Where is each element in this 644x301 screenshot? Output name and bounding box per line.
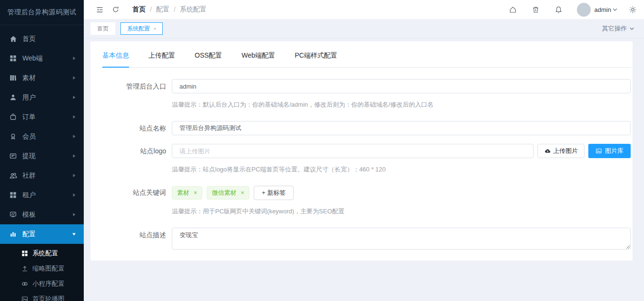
- site-logo-label: 站点logo: [102, 144, 172, 186]
- more-actions-dropdown[interactable]: 其它操作: [602, 24, 634, 33]
- submenu-item-thumbnail-config[interactable]: 缩略图配置: [0, 261, 84, 276]
- collapse-sidebar-button[interactable]: [91, 0, 108, 19]
- sidebar-item-label: 租户: [22, 191, 36, 200]
- chevron-right-icon: [72, 173, 76, 178]
- form-row-admin-entry: 管理后台入口 温馨提示：默认后台入口为：你的基础域名/admin，修改后则为：你…: [102, 79, 631, 121]
- page-tab-label: 首页: [97, 25, 109, 33]
- submenu-item-label: 首页轮播图: [32, 295, 65, 301]
- site-keywords-label: 站点关键词: [102, 186, 172, 228]
- chevron-right-icon: [72, 212, 76, 217]
- sidebar-item-users[interactable]: 用户: [0, 88, 84, 107]
- library-icon: [9, 74, 17, 82]
- sidebar-item-label: 模板: [22, 211, 36, 219]
- sidebar-item-community[interactable]: 社群: [0, 166, 84, 185]
- content-area: 基本信息 上传配置 OSS配置 Web端配置 PC端样式配置 管理后台入口 温馨…: [84, 39, 644, 301]
- breadcrumb-separator: /: [174, 6, 176, 13]
- chevron-right-icon: [72, 76, 76, 80]
- keyword-tag: 素材 ×: [172, 186, 202, 200]
- cloud-upload-icon: [544, 148, 551, 154]
- image-icon: [595, 148, 602, 154]
- submenu-item-label: 系统配置: [32, 249, 58, 258]
- remove-tag-icon[interactable]: ×: [241, 190, 244, 196]
- sidebar-submenu-config: 系统配置 缩略图配置 小程序配置 首页轮播图: [0, 244, 84, 301]
- tab-upload-config[interactable]: 上传配置: [149, 51, 175, 67]
- sidebar-item-label: 社群: [22, 171, 36, 180]
- chevron-right-icon: [72, 56, 76, 60]
- main-area: 首页 / 配置 / 系统配置 admin 首页 系统配置 × 其它操作: [84, 0, 644, 301]
- chevron-right-icon: [72, 95, 76, 100]
- breadcrumb-item-system-config[interactable]: 系统配置: [180, 5, 207, 14]
- user-avatar[interactable]: [577, 3, 591, 17]
- image-library-button[interactable]: 图片库: [588, 144, 631, 158]
- grid-icon: [21, 250, 28, 257]
- sidebar-item-label: 会员: [22, 132, 36, 141]
- breadcrumb-item-home[interactable]: 首页: [132, 5, 146, 14]
- refresh-button[interactable]: [108, 0, 124, 19]
- site-description-textarea[interactable]: 变现宝: [172, 228, 631, 250]
- topbar-right: admin: [502, 0, 637, 19]
- keyword-tag-label: 微信素材: [212, 189, 237, 197]
- sidebar-item-members[interactable]: 会员: [0, 127, 84, 146]
- sidebar-item-label: Web端: [22, 54, 43, 63]
- admin-entry-input[interactable]: [172, 79, 631, 93]
- trash-button[interactable]: [525, 0, 547, 19]
- notifications-bell-button[interactable]: [547, 0, 570, 19]
- close-tab-icon[interactable]: ×: [153, 26, 156, 31]
- sidebar-item-material[interactable]: 素材: [0, 68, 84, 88]
- card-icon: [9, 152, 17, 160]
- user-icon: [9, 93, 17, 101]
- home-icon: [9, 35, 17, 43]
- site-logo-input[interactable]: [172, 144, 534, 158]
- tab-web-config[interactable]: Web端配置: [242, 51, 276, 67]
- submenu-item-miniprogram-config[interactable]: 小程序配置: [0, 276, 84, 291]
- breadcrumb: 首页 / 配置 / 系统配置: [132, 5, 207, 14]
- submenu-item-home-carousel[interactable]: 首页轮播图: [0, 291, 84, 301]
- tab-oss-config[interactable]: OSS配置: [195, 51, 222, 67]
- sidebar-item-web[interactable]: Web端: [0, 49, 84, 68]
- board-chart-icon: [9, 211, 17, 219]
- image-library-label: 图片库: [605, 147, 624, 155]
- keyword-tag-label: 素材: [177, 189, 189, 197]
- sidebar-item-config[interactable]: 配置: [0, 224, 84, 244]
- add-tag-button[interactable]: + 新标签: [254, 186, 294, 200]
- user-menu[interactable]: admin: [594, 6, 617, 13]
- upload-icon: [21, 265, 28, 272]
- settings-gear-button[interactable]: [628, 0, 637, 19]
- sidebar-item-templates[interactable]: 模板: [0, 205, 84, 224]
- form-row-site-name: 站点名称: [102, 121, 631, 135]
- sidebar-item-home[interactable]: 首页: [0, 29, 84, 49]
- more-actions-label: 其它操作: [602, 24, 627, 33]
- tab-basic-info[interactable]: 基本信息: [102, 51, 129, 67]
- site-name-input[interactable]: [172, 121, 631, 135]
- page-tab-home[interactable]: 首页: [90, 22, 115, 35]
- upload-image-button[interactable]: 上传图片: [537, 144, 585, 158]
- submenu-item-system-config[interactable]: 系统配置: [0, 246, 84, 261]
- sidebar-item-withdraw[interactable]: 提现: [0, 146, 84, 166]
- people-icon: [9, 171, 17, 180]
- sidebar-item-label: 配置: [22, 230, 36, 239]
- site-logo-hint: 温馨提示：站点logo将显示在PC端首页等位置。建议尺寸（长宽）：460 * 1…: [172, 166, 631, 173]
- admin-entry-label: 管理后台入口: [102, 79, 172, 121]
- home-shortcut-button[interactable]: [502, 0, 525, 19]
- tab-pc-style-config[interactable]: PC端样式配置: [295, 51, 337, 67]
- chevron-down-icon: [72, 232, 76, 236]
- sidebar-item-label: 素材: [22, 74, 36, 82]
- chevron-right-icon: [72, 134, 76, 139]
- page-tab-system-config[interactable]: 系统配置 ×: [120, 22, 163, 35]
- config-tabs: 基本信息 上传配置 OSS配置 Web端配置 PC端样式配置: [102, 41, 631, 68]
- breadcrumb-item-config[interactable]: 配置: [156, 5, 169, 14]
- form-row-site-logo: 站点logo 上传图片 图片库: [102, 144, 631, 186]
- form-row-site-keywords: 站点关键词 素材 × 微信素材 × + 新标签: [102, 186, 631, 228]
- remove-tag-icon[interactable]: ×: [194, 190, 197, 196]
- upload-image-label: 上传图片: [553, 147, 578, 155]
- admin-entry-hint: 温馨提示：默认后台入口为：你的基础域名/admin，修改后则为：你的基础域名/修…: [172, 101, 631, 109]
- system-config-panel: 基本信息 上传配置 OSS配置 Web端配置 PC端样式配置 管理后台入口 温馨…: [90, 41, 633, 261]
- app-title: 管理后台异构源码测试: [0, 0, 84, 25]
- bag-icon: [9, 113, 17, 121]
- sidebar-item-label: 首页: [22, 35, 36, 43]
- sidebar-item-orders[interactable]: 订单: [0, 107, 84, 127]
- chevron-down-icon: [629, 27, 634, 30]
- chevron-right-icon: [72, 115, 76, 119]
- chevron-down-icon: [613, 8, 617, 11]
- sidebar-item-tenants[interactable]: 租户: [0, 185, 84, 205]
